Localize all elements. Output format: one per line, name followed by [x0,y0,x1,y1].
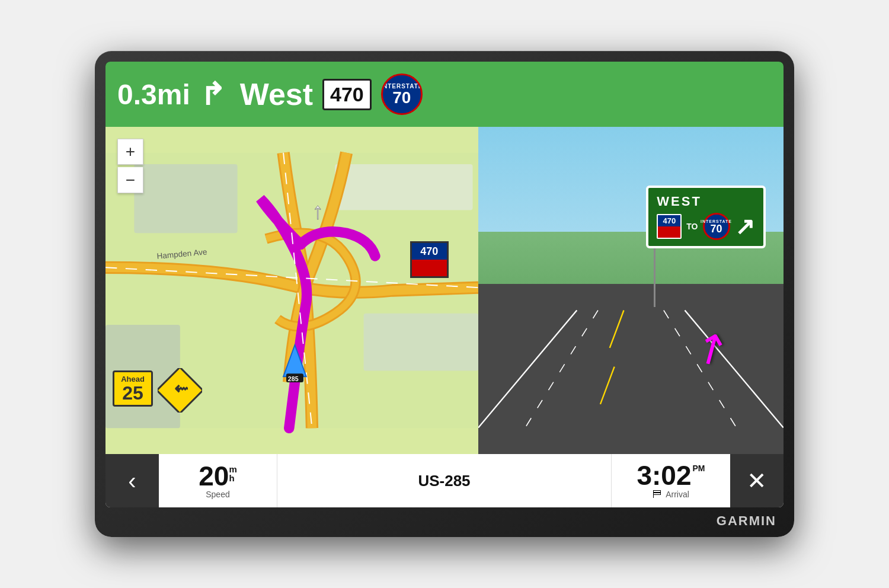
zoom-in-icon: + [126,142,135,161]
co-badge-bottom [658,226,680,238]
svg-rect-1 [134,164,237,233]
speed-label: Speed [206,490,229,499]
speed-value-group: 20 m h [199,462,237,490]
back-button[interactable]: ‹ [105,454,159,507]
arrival-flag-row: ⛿ Arrival [653,489,689,500]
back-icon: ‹ [128,468,136,494]
sign-interstate-number: 70 [711,223,722,234]
co-shield-number: 470 [420,245,438,258]
zoom-out-button[interactable]: − [117,167,143,193]
co-route-shield: 470 [410,241,449,278]
svg-line-14 [610,310,624,347]
speed-ahead-sign: Ahead 25 [113,370,153,407]
current-road-name: US-285 [418,472,470,490]
svg-text:285: 285 [288,375,299,382]
sign-direction-arrow: ↗ [735,213,755,240]
arrival-pm: PM [693,464,705,472]
photo-panel: WEST 470 TO INTERSTATE [478,127,784,454]
nav-distance: 0.3mi [117,78,190,111]
interstate-badge-70: INTERSTATE 70 [381,74,423,115]
flag-icon: ⛿ [653,489,662,500]
sign-i70-badge: INTERSTATE 70 [703,213,730,240]
nav-bar: 0.3mi ↱ West 470 INTERSTATE 70 [105,62,784,127]
svg-text:⇜: ⇜ [174,379,188,398]
device-screen: 0.3mi ↱ West 470 INTERSTATE 70 [105,62,784,507]
co-shield-bottom [412,260,447,276]
turn-arrow-icon: ↱ [200,76,226,112]
arrival-label: Arrival [666,490,689,499]
svg-text:↑: ↑ [312,198,323,223]
road-lines-svg [478,284,784,454]
interstate-number: 70 [392,90,411,106]
garmin-logo: GARMIN [717,513,776,529]
zoom-out-icon: − [126,171,135,190]
highway-sign-direction: WEST [657,194,754,209]
zoom-in-button[interactable]: + [117,139,143,165]
co-badge-number: 470 [663,216,676,225]
winding-road-sign: ⇜ [158,368,202,413]
close-icon: ✕ [747,467,767,494]
garmin-device: 0.3mi ↱ West 470 INTERSTATE 70 [95,51,794,537]
speed-ahead-number: 25 [119,384,146,402]
highway-number: 470 [330,83,364,106]
speed-units: m h [229,465,236,482]
co-470-badge: 470 [657,214,682,239]
arrival-display: 3:02 PM ⛿ Arrival [612,454,730,507]
nav-direction: West [240,76,313,112]
co-badge-top: 470 [658,215,680,226]
highway-photo-sign: WEST 470 TO INTERSTATE [646,186,765,248]
speed-h: h [229,474,236,482]
sign-to-label: TO [686,222,698,231]
arrival-time-row: 3:02 PM [637,462,705,489]
bottom-bar: ‹ 20 m h Speed US-285 3:02 [105,454,784,507]
close-button[interactable]: ✕ [730,454,784,507]
speed-display: 20 m h Speed [159,454,277,507]
svg-line-15 [600,367,615,404]
road-name-display: US-285 [277,454,612,507]
speed-value: 20 [199,462,229,490]
arrival-time: 3:02 [637,462,691,489]
speed-m: m [229,465,236,474]
svg-rect-2 [335,164,472,210]
map-panel[interactable]: Hampden Ave 285 ↑ + − [105,127,478,454]
main-content: Hampden Ave 285 ↑ + − [105,127,784,454]
highway-sign-470: 470 [322,79,372,110]
co-shield-top: 470 [412,243,447,260]
arrival-ampm: PM [693,464,705,472]
svg-rect-3 [364,314,479,371]
highway-sign-route-row: 470 TO INTERSTATE 70 ↗ [657,213,754,240]
